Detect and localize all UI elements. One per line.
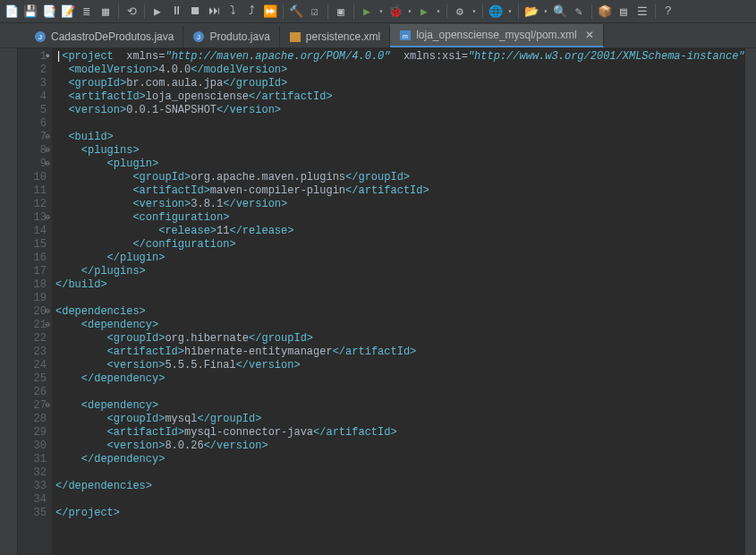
run2-icon[interactable]: ▶ <box>416 4 432 20</box>
line-number: 9⊖ <box>20 158 47 171</box>
eq-icon[interactable]: ☰ <box>634 4 650 20</box>
search-icon[interactable]: 🔍 <box>552 4 568 20</box>
code-line[interactable]: <configuration> <box>55 211 742 225</box>
code-line[interactable]: <modelVersion>4.0.0</modelVersion> <box>55 64 742 77</box>
fold-icon[interactable]: ⊖ <box>46 319 50 332</box>
save-all-icon[interactable]: 📑 <box>41 4 57 20</box>
step-icon[interactable]: ⤵ <box>225 4 241 20</box>
help-icon[interactable]: ? <box>660 4 676 20</box>
dropdown-icon[interactable]: ▾ <box>471 4 478 20</box>
code-line[interactable]: |<project xmlns="http://maven.apache.org… <box>55 50 742 64</box>
line-number: 31 <box>20 453 47 466</box>
line-number: 11 <box>20 184 47 198</box>
code-line[interactable]: <artifactId>maven-compiler-plugin</artif… <box>55 184 742 198</box>
fold-icon[interactable]: ⊖ <box>46 158 50 171</box>
fold-icon[interactable]: ⊖ <box>46 305 50 319</box>
code-line[interactable]: <version>0.0.1-SNAPSHOT</version> <box>55 104 742 117</box>
code-line[interactable]: </dependency> <box>55 453 742 466</box>
resume-icon[interactable]: ⏩ <box>262 4 278 20</box>
code-line[interactable]: <build> <box>55 131 742 144</box>
tab-loja-opensciense-mysql-pom-xml[interactable]: mloja_opensciense_mysql/pom.xml✕ <box>390 24 603 47</box>
code-line[interactable]: <artifactId>hibernate-entitymanager</art… <box>55 346 742 359</box>
code-line[interactable]: <groupId>mysql</groupId> <box>55 413 742 426</box>
editor-tabs: JCadastroDeProdutos.javaJProduto.javaper… <box>0 23 756 48</box>
code-line[interactable]: <artifactId>mysql-connector-java</artifa… <box>55 426 742 440</box>
svg-text:J: J <box>197 33 200 41</box>
play-icon[interactable]: ▶ <box>149 4 166 20</box>
toolbar-separator <box>446 4 447 19</box>
tasks-icon[interactable]: ☑ <box>307 4 323 20</box>
code-line[interactable] <box>55 292 742 305</box>
pause-icon[interactable]: ⏸ <box>168 4 184 20</box>
fold-icon[interactable]: ⊖ <box>46 131 50 144</box>
close-icon[interactable]: ✕ <box>585 29 594 41</box>
term-icon[interactable]: ▣ <box>333 4 349 20</box>
tab-cadastrodeprodutos-java[interactable]: JCadastroDeProdutos.java <box>25 26 183 47</box>
dropdown-icon[interactable]: ▾ <box>406 4 413 20</box>
line-number: 2 <box>20 64 47 77</box>
code-line[interactable]: <artifactId>loja_opensciense</artifactId… <box>55 90 742 104</box>
list-icon[interactable]: ≣ <box>79 4 95 20</box>
doc-icon[interactable]: ▦ <box>98 4 114 20</box>
wand-icon[interactable]: ✎ <box>571 4 587 20</box>
open-icon[interactable]: 📂 <box>523 4 539 20</box>
build-icon[interactable]: 🔨 <box>288 4 304 20</box>
step2-icon[interactable]: ⤴ <box>243 4 259 20</box>
code-line[interactable] <box>55 386 742 399</box>
grid-icon[interactable]: ▤ <box>616 4 632 20</box>
save-icon[interactable]: 💾 <box>22 4 38 20</box>
code-line[interactable]: <groupId>br.com.aula.jpa</groupId> <box>55 77 742 90</box>
tab-persistence-xml[interactable]: persistence.xml <box>280 26 390 47</box>
code-line[interactable] <box>55 493 742 507</box>
line-number: 3 <box>20 77 47 90</box>
code-line[interactable]: </plugin> <box>55 252 742 265</box>
fold-icon[interactable]: ⊖ <box>46 211 50 225</box>
fold-icon[interactable]: ⊖ <box>46 399 50 413</box>
code-line[interactable]: <version>3.8.1</version> <box>55 198 742 211</box>
toolbar-separator <box>591 4 592 19</box>
code-line[interactable]: </dependencies> <box>55 480 742 493</box>
new-icon[interactable]: 📄 <box>4 4 20 20</box>
code-line[interactable]: <version>5.5.5.Final</version> <box>55 359 742 372</box>
globe-icon[interactable]: 🌐 <box>488 4 504 20</box>
tab-produto-java[interactable]: JProduto.java <box>183 26 279 47</box>
code-line[interactable]: <plugin> <box>55 158 742 171</box>
ext-icon[interactable]: ⚙ <box>452 4 468 20</box>
code-line[interactable]: </build> <box>55 278 742 292</box>
code-line[interactable]: <groupId>org.apache.maven.plugins</group… <box>55 171 742 184</box>
code-line[interactable]: <dependency> <box>55 399 742 413</box>
edit-icon[interactable]: 📝 <box>60 4 76 20</box>
stop-icon[interactable]: ⏹ <box>187 4 203 20</box>
back-icon[interactable]: ⟲ <box>123 4 140 20</box>
code-line[interactable]: </configuration> <box>55 238 742 252</box>
toolbar-separator <box>144 4 145 19</box>
code-line[interactable]: <version>8.0.26</version> <box>55 440 742 453</box>
line-number: 23 <box>20 346 47 359</box>
code-line[interactable]: </plugins> <box>55 265 742 278</box>
run-green-icon[interactable]: ▶ <box>359 4 375 20</box>
toolbar-separator <box>327 4 328 19</box>
line-number: 22 <box>20 332 47 346</box>
line-number: 27⊖ <box>20 399 47 413</box>
code-area[interactable]: |<project xmlns="http://maven.apache.org… <box>52 48 745 555</box>
dropdown-icon[interactable]: ▾ <box>506 4 514 20</box>
debug-icon[interactable]: 🐞 <box>387 4 403 20</box>
code-line[interactable]: <groupId>org.hibernate</groupId> <box>55 332 742 346</box>
code-line[interactable]: <plugins> <box>55 144 742 158</box>
pkg-icon[interactable]: 📦 <box>597 4 613 20</box>
code-line[interactable]: <dependencies> <box>55 305 742 319</box>
xml-file-icon <box>289 30 302 43</box>
code-line[interactable] <box>55 466 742 480</box>
code-line[interactable]: <release>11</release> <box>55 225 742 238</box>
fold-icon[interactable]: ⊖ <box>46 144 50 158</box>
line-number: 13⊖ <box>20 211 47 225</box>
skip-icon[interactable]: ⏭ <box>206 4 222 20</box>
dropdown-icon[interactable]: ▾ <box>435 4 442 20</box>
dropdown-icon[interactable]: ▾ <box>378 4 385 20</box>
code-line[interactable] <box>55 117 742 131</box>
code-line[interactable]: <dependency> <box>55 319 742 332</box>
fold-icon[interactable]: ● <box>46 50 50 64</box>
dropdown-icon[interactable]: ▾ <box>542 4 549 20</box>
code-line[interactable]: </project> <box>55 507 742 520</box>
code-line[interactable]: </dependency> <box>55 372 742 386</box>
